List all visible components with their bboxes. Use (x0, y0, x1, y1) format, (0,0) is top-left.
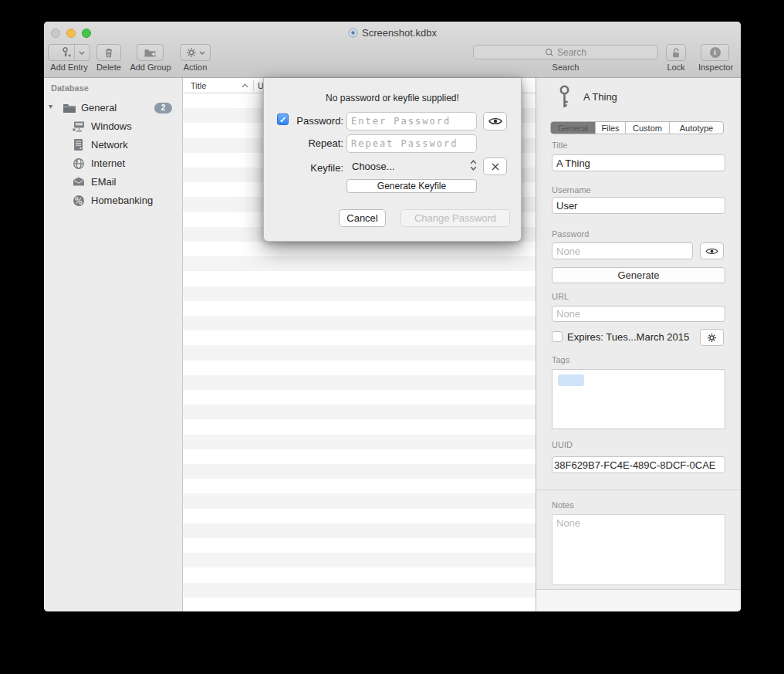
inspector-label: Inspector (694, 63, 737, 72)
window-title-area: Screenshot.kdbx (44, 26, 741, 39)
key-plus-icon (60, 46, 72, 59)
uuid-field[interactable] (552, 456, 725, 473)
keyfile-popup[interactable]: Choose... (352, 161, 395, 172)
repeat-password-field[interactable] (346, 134, 477, 153)
lock-label: Lock (660, 63, 692, 72)
clear-keyfile-button[interactable] (483, 157, 507, 175)
eye-icon (488, 117, 502, 126)
sheet-repeat-label: Repeat: (286, 137, 343, 149)
inspector-footer (536, 590, 741, 611)
tags-label: Tags (552, 355, 569, 364)
url-label: URL (552, 292, 569, 301)
sidebar-item-label: EMail (91, 176, 117, 188)
sidebar: Database ▾ General 2 Windows Networ (44, 78, 183, 611)
add-group-label: Add Group (127, 63, 174, 72)
tab-custom[interactable]: Custom (626, 122, 670, 134)
app-window: Screenshot.kdbx Add Entry (44, 22, 741, 611)
tab-general[interactable]: General (551, 122, 596, 134)
sidebar-item-email[interactable]: EMail (44, 174, 183, 191)
chevron-down-icon[interactable] (79, 51, 85, 55)
stepper-icon[interactable] (469, 158, 478, 172)
server-icon (73, 138, 83, 151)
eye-icon (705, 247, 718, 256)
expires-checkbox[interactable] (552, 331, 563, 342)
reveal-password-button[interactable] (700, 242, 724, 259)
sheet-reveal-button[interactable] (483, 112, 507, 130)
tag-token[interactable] (558, 374, 584, 386)
folder-plus-icon (144, 48, 157, 58)
envelope-icon (73, 177, 85, 186)
sidebar-item-internet[interactable]: Internet (44, 155, 183, 172)
change-password-sheet: No password or keyfile supplied! ✓ Passw… (263, 78, 522, 242)
sheet-message: No password or keyfile supplied! (264, 93, 521, 103)
entry-count-badge: 2 (154, 103, 172, 113)
add-group-button[interactable] (137, 44, 164, 61)
tab-files[interactable]: Files (596, 122, 626, 134)
sidebar-item-label: Network (91, 139, 128, 151)
expires-label: Expires: Tues...March 2015 (567, 331, 689, 343)
lock-button[interactable] (666, 44, 686, 61)
add-entry-button[interactable] (48, 44, 90, 61)
generate-password-button[interactable]: Generate (552, 267, 725, 283)
generate-keyfile-button[interactable]: Generate Keyfile (346, 179, 477, 193)
delete-button[interactable] (96, 44, 121, 61)
gear-icon (707, 333, 717, 343)
entry-title: A Thing (583, 91, 617, 103)
sidebar-item-windows[interactable]: Windows (44, 118, 183, 135)
title-field[interactable] (552, 154, 725, 171)
segment-divider (74, 45, 75, 60)
inspector-button[interactable]: i (701, 44, 729, 61)
inspector-divider (536, 489, 741, 490)
sidebar-item-homebanking[interactable]: Homebanking (44, 192, 183, 209)
info-icon: i (710, 47, 721, 58)
globe-icon (73, 157, 85, 170)
action-button[interactable] (180, 44, 211, 61)
sidebar-item-label: Windows (91, 120, 132, 132)
sidebar-item-label: Internet (91, 157, 125, 169)
cancel-button[interactable]: Cancel (339, 209, 386, 227)
inspector-panel: A Thing General Files Custom Autotype Ti… (536, 78, 741, 611)
column-title[interactable]: Title (191, 81, 206, 90)
notes-label: Notes (552, 500, 574, 510)
window-title: Screenshot.kdbx (362, 27, 437, 39)
add-entry-label: Add Entry (48, 63, 90, 72)
search-placeholder: Search (557, 47, 586, 58)
screen-background: Screenshot.kdbx Add Entry (0, 0, 784, 674)
tags-box[interactable] (552, 369, 725, 429)
gear-icon (186, 47, 197, 58)
column-divider[interactable] (253, 80, 254, 91)
percent-icon (73, 195, 85, 207)
notes-field[interactable] (552, 514, 725, 585)
sidebar-item-network[interactable]: Network (44, 137, 183, 154)
sheet-keyfile-label: Keyfile: (286, 162, 343, 174)
expires-settings-button[interactable] (700, 329, 724, 346)
username-label: Username (552, 185, 591, 195)
folder-icon (63, 103, 76, 113)
search-label: Search (473, 63, 658, 72)
uuid-label: UUID (552, 440, 573, 449)
url-field[interactable] (552, 306, 725, 322)
tab-autotype[interactable]: Autotype (670, 122, 723, 134)
key-icon (559, 85, 570, 110)
window-chrome: Screenshot.kdbx Add Entry (44, 22, 741, 78)
sidebar-item-label: General (81, 102, 117, 113)
sheet-password-label: Password: (286, 115, 343, 127)
disclosure-triangle-icon[interactable]: ▾ (49, 102, 52, 110)
sidebar-item-label: Homebanking (91, 195, 153, 206)
password-field[interactable] (552, 242, 693, 259)
sidebar-item-general[interactable]: ▾ General 2 (44, 100, 183, 117)
close-x-icon (491, 162, 500, 171)
document-icon (348, 28, 358, 38)
search-icon (545, 48, 554, 57)
delete-label: Delete (90, 63, 127, 72)
title-label: Title (552, 141, 567, 150)
inspector-tabs: General Files Custom Autotype (550, 121, 724, 134)
sort-ascending-icon (242, 83, 248, 88)
sidebar-header: Database (51, 83, 89, 93)
change-password-button[interactable]: Change Password (400, 209, 510, 227)
enter-password-field[interactable] (346, 112, 477, 130)
username-field[interactable] (552, 197, 725, 214)
password-label: Password (552, 229, 589, 239)
unlocked-padlock-icon (671, 47, 681, 59)
search-input[interactable]: Search (473, 45, 658, 59)
